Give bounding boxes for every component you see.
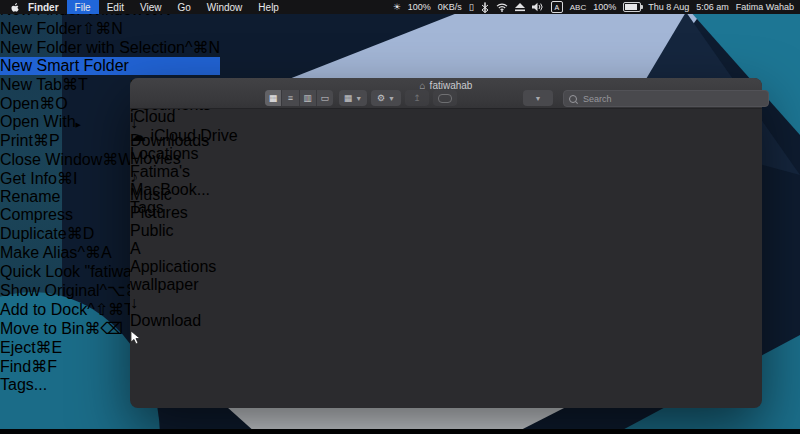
finder-sidebar: iCloud ☁ iCloud Drive Locations Fatima's…: [130, 108, 255, 408]
menu-item-label: Add to Dock: [0, 301, 87, 318]
menu-item-label: Tags...: [0, 376, 47, 393]
brightness-icon[interactable]: ☀: [393, 2, 401, 12]
group-icon: ▦: [344, 93, 353, 103]
chevron-down-icon: ▼: [535, 95, 542, 102]
network-speed[interactable]: 0KB/s: [438, 2, 462, 12]
menu-item-shortcut: ⌘F: [31, 358, 57, 375]
menu-item-label: Find: [0, 358, 31, 375]
brightness-percent: 100%: [408, 2, 431, 12]
chevron-down-icon: ▼: [355, 95, 362, 102]
menu-item-label: Close Window: [0, 151, 102, 168]
keyboard-layout[interactable]: ABC: [570, 3, 586, 12]
group-by-button[interactable]: ▦▼: [339, 90, 367, 106]
menubar-menu-window[interactable]: Window: [199, 0, 251, 14]
sidebar-header-icloud: iCloud: [130, 108, 255, 126]
menubar-user[interactable]: Fatima Wahab: [736, 2, 794, 12]
menu-item-shortcut: ⌘⌫: [84, 320, 123, 337]
scope-dropdown[interactable]: ▼: [523, 90, 553, 106]
menu-item-label: Print: [0, 132, 33, 149]
menu-item-label: Rename: [0, 188, 60, 205]
menubar-time[interactable]: 5:06 am: [696, 2, 729, 12]
menu-item-shortcut: ⌘E: [36, 339, 63, 356]
letterbox-bar: [0, 429, 800, 434]
menu-item-new-folder[interactable]: New Folder⇧⌘N: [0, 19, 220, 38]
menu-item-shortcut: ⌘I: [57, 170, 77, 187]
menu-item-shortcut: ⌘P: [33, 132, 60, 149]
menu-item-label: Duplicate: [0, 225, 67, 242]
menu-item-new-folder-with-selection: New Folder with Selection^⌘N: [0, 38, 220, 57]
sidebar-header-locations: Locations: [130, 145, 255, 163]
menu-item-shortcut: ^⌘N: [185, 39, 220, 56]
menu-item-shortcut: ⌘O: [39, 95, 67, 112]
submenu-arrow-icon: ▶: [76, 121, 81, 128]
search-input[interactable]: [581, 93, 745, 105]
eject-icon[interactable]: [515, 3, 525, 12]
battery-percent: 100%: [593, 2, 616, 12]
sidebar-item-macbook[interactable]: Fatima's MacBook...: [130, 163, 255, 199]
desktop: ⌂ fatiwahab ▦ ≡ ▥ ▭ ▦▼ ⚙▼ ↥ ▼: [0, 0, 800, 434]
window-titlebar[interactable]: ⌂ fatiwahab ▦ ≡ ▥ ▭ ▦▼ ⚙▼ ↥ ▼: [130, 78, 762, 109]
sidebar-header-tags: Tags: [130, 199, 255, 217]
tag-button[interactable]: [433, 90, 457, 106]
view-switcher: ▦ ≡ ▥ ▭: [265, 90, 333, 106]
chevron-down-icon: ▼: [388, 95, 395, 102]
sidebar-item-icloud-drive[interactable]: ☁ iCloud Drive: [130, 126, 255, 145]
menubar-menu-help[interactable]: Help: [250, 0, 287, 14]
sidebar-item-label: Fatima's MacBook...: [130, 163, 210, 198]
menu-item-shortcut: ⇧⌘N: [82, 20, 123, 37]
menu-item-label: New Folder with Selection: [0, 39, 185, 56]
menubar-menu-file[interactable]: File: [67, 0, 99, 14]
wifi-icon[interactable]: [496, 3, 508, 12]
action-menu-button[interactable]: ⚙▼: [371, 90, 401, 106]
finder-window: ⌂ fatiwahab ▦ ≡ ▥ ▭ ▦▼ ⚙▼ ↥ ▼: [130, 78, 762, 408]
menu-item-label: Make Alias: [0, 244, 77, 261]
device-icon[interactable]: ▯: [469, 2, 474, 12]
menu-bar-status: ☀ 100% 0KB/s ▯ A ABC 100% Thu 8 Aug 5:06…: [393, 1, 800, 13]
menu-item-shortcut: ^⇧⌘T: [87, 301, 134, 318]
menu-bar: Finder File Edit View Go Window Help ☀ 1…: [0, 0, 800, 14]
menubar-date[interactable]: Thu 8 Aug: [648, 2, 689, 12]
gear-icon: ⚙: [377, 93, 385, 103]
volume-icon[interactable]: [532, 2, 544, 12]
menu-item-shortcut: ⌘W: [102, 151, 133, 168]
apple-logo-icon: [10, 2, 20, 13]
menu-item-label: Compress: [0, 206, 73, 223]
menu-item-label: Eject: [0, 339, 36, 356]
battery-icon[interactable]: [623, 2, 641, 12]
menu-item-label: New Tab: [0, 76, 62, 93]
menu-item-new-smart-folder[interactable]: New Smart Folder: [0, 57, 220, 75]
cloud-icon: ☁: [130, 127, 146, 144]
input-source-icon[interactable]: A: [551, 1, 563, 13]
menu-item-label: Open: [0, 95, 39, 112]
menu-item-shortcut: ^⌘A: [77, 244, 111, 261]
menu-item-label: Open With: [0, 113, 76, 130]
menu-item-label: Move to Bin: [0, 320, 84, 337]
list-view-button[interactable]: ≡: [282, 90, 299, 106]
menu-item-label: Show Original: [0, 282, 100, 299]
gallery-view-button[interactable]: ▭: [317, 90, 333, 106]
menubar-menu-go[interactable]: Go: [169, 0, 198, 14]
menu-item-shortcut: ⌘D: [67, 225, 95, 242]
icon-view-button[interactable]: ▦: [265, 90, 282, 106]
menu-item-shortcut: ⌘T: [62, 76, 88, 93]
menu-bar-left: Finder File Edit View Go Window Help: [0, 0, 287, 14]
menubar-app-finder[interactable]: Finder: [20, 0, 67, 14]
column-view-button[interactable]: ▥: [300, 90, 317, 106]
bluetooth-icon[interactable]: [481, 2, 489, 13]
menu-item-label: New Smart Folder: [0, 57, 129, 74]
share-icon: ↥: [413, 93, 421, 103]
search-icon: [569, 95, 577, 103]
menubar-menu-view[interactable]: View: [132, 0, 170, 14]
home-icon: ⌂: [420, 81, 426, 91]
share-button[interactable]: ↥: [405, 90, 429, 106]
tag-icon: [438, 94, 452, 103]
menubar-menu-edit[interactable]: Edit: [99, 0, 132, 14]
sidebar-item-label: iCloud Drive: [150, 127, 237, 144]
menu-item-label: Get Info: [0, 170, 57, 187]
menu-item-label: New Folder: [0, 20, 82, 37]
search-field[interactable]: [563, 90, 769, 107]
